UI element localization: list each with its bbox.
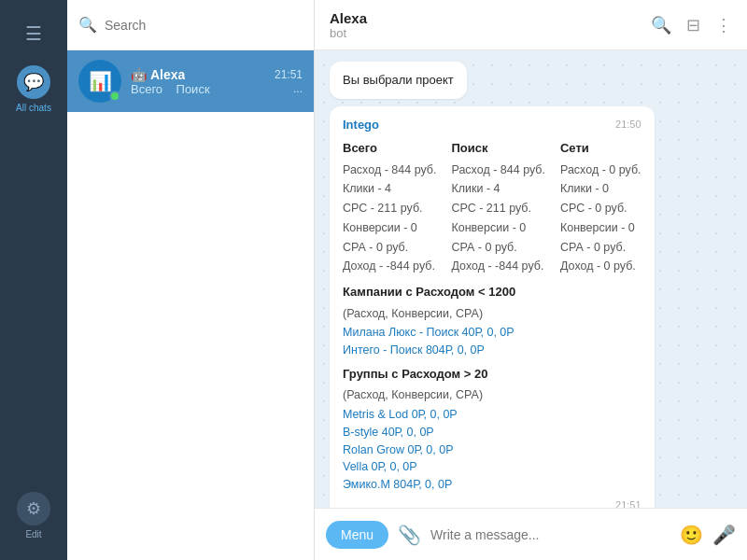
emoji-icon[interactable]: 🙂 xyxy=(680,524,703,546)
chat-input-bar: Menu 📎 🙂 🎤 xyxy=(315,508,747,560)
attach-icon[interactable]: 📎 xyxy=(398,524,421,546)
chat-header-actions: 🔍 ⊟ ⋮ xyxy=(651,15,732,35)
col-row: СРА - 0 руб. xyxy=(560,239,641,257)
col-row: СРС - 0 руб. xyxy=(560,200,641,217)
chat-header-name: Alexa xyxy=(330,10,367,26)
col-row: Расход - 0 руб. xyxy=(560,161,641,179)
sidebar-item-all-chats[interactable]: 💬 All chats xyxy=(0,56,67,122)
col-row: СРА - 0 руб. xyxy=(343,239,436,257)
message-row: Intego 21:50 Всего Расход - 844 руб. Кли… xyxy=(330,106,732,509)
bot-icon: 🤖 xyxy=(131,67,147,82)
chat-preview: Всего Поиск ... xyxy=(131,82,303,96)
message-end-time: 21:51 xyxy=(343,497,641,508)
col-row: СРС - 211 руб. xyxy=(343,200,436,217)
sidebar-item-edit[interactable]: ⚙ Edit xyxy=(0,483,67,549)
col-row: Конверсии - 0 xyxy=(560,219,641,237)
message-table: Всего Расход - 844 руб. Клики - 4 СРС - … xyxy=(343,139,641,275)
avatar: 📊 xyxy=(78,60,121,103)
mic-icon[interactable]: 🎤 xyxy=(712,524,736,546)
col-header: Всего xyxy=(343,139,436,158)
section1-header: Кампании с Расходом < 1200 xyxy=(343,283,641,301)
message-time-inline: 21:50 xyxy=(615,117,641,133)
chat-main: Alexa bot 🔍 ⊟ ⋮ Вы выбрали проект xyxy=(315,0,747,560)
sidebar-nav: ☰ 💬 All chats ⚙ Edit xyxy=(0,0,67,560)
message-meta: Intego 21:50 xyxy=(343,116,641,134)
chat-info: 🤖 Alexa 21:51 Всего Поиск ... xyxy=(131,67,303,96)
online-indicator xyxy=(109,91,120,102)
col-row: Клики - 4 xyxy=(343,180,436,198)
section2-sublabel: (Расход, Конверсии, СРА) xyxy=(343,386,641,404)
col-row: Клики - 4 xyxy=(451,180,544,198)
col-row: Расход - 844 руб. xyxy=(343,161,436,179)
menu-button[interactable]: Menu xyxy=(326,521,388,549)
section1-sublabel: (Расход, Конверсии, СРА) xyxy=(343,305,641,323)
message-text: Вы выбрали проект xyxy=(343,73,454,87)
group-link[interactable]: B-style 40Р, 0, 0Р xyxy=(343,424,641,441)
group-link[interactable]: Metris & Lod 0Р, 0, 0Р xyxy=(343,406,641,424)
chat-preview-text: Всего Поиск xyxy=(131,82,293,96)
search-button[interactable]: 🔍 xyxy=(651,15,671,35)
campaign-link[interactable]: Интего - Поиск 804Р, 0, 0Р xyxy=(343,342,641,359)
chat-actions: ... xyxy=(293,82,303,95)
msg-col-search: Поиск Расход - 844 руб. Клики - 4 СРС - … xyxy=(451,139,544,275)
col-row: СРС - 211 руб. xyxy=(451,200,544,217)
group-link[interactable]: Vella 0Р, 0, 0Р xyxy=(343,458,641,476)
app-container: ☰ 💬 All chats ⚙ Edit 🔍 📊 🤖 xyxy=(0,0,747,560)
message-input[interactable] xyxy=(430,527,670,542)
chat-name: 🤖 Alexa xyxy=(131,67,185,82)
col-header: Сети xyxy=(560,139,641,158)
all-chats-label: All chats xyxy=(16,103,51,113)
messages-area: Вы выбрали проект Intego 21:50 Всего Рас… xyxy=(315,50,747,508)
message-bubble: Вы выбрали проект xyxy=(330,62,467,99)
group-link[interactable]: Эмико.M 804Р, 0, 0Р xyxy=(343,476,641,494)
col-row: Доход - 0 руб. xyxy=(560,258,641,275)
chat-header: Alexa bot 🔍 ⊟ ⋮ xyxy=(315,0,747,50)
chat-header-status: bot xyxy=(330,26,367,40)
col-row: СРА - 0 руб. xyxy=(451,239,544,257)
chat-list-item[interactable]: 📊 🤖 Alexa 21:51 Всего Поиск xyxy=(67,50,314,112)
sidebar-bottom: ⚙ Edit xyxy=(0,483,67,560)
msg-col-total: Всего Расход - 844 руб. Клики - 4 СРС - … xyxy=(343,139,436,275)
chat-header-info: Alexa bot xyxy=(330,10,367,40)
col-row: Конверсии - 0 xyxy=(451,219,544,237)
hamburger-menu-icon[interactable]: ☰ xyxy=(0,11,67,56)
col-row: Конверсии - 0 xyxy=(343,219,436,237)
col-row: Доход - -844 руб. xyxy=(343,258,436,275)
chat-name-row: 🤖 Alexa 21:51 xyxy=(131,67,303,82)
section2-header: Группы с Расходом > 20 xyxy=(343,365,641,384)
col-header: Поиск xyxy=(451,139,544,158)
more-button[interactable]: ⋮ xyxy=(715,15,732,35)
chat-time: 21:51 xyxy=(275,68,303,81)
edit-icon: ⚙ xyxy=(17,492,50,525)
search-input[interactable] xyxy=(105,18,303,33)
edit-label: Edit xyxy=(25,529,41,539)
columns-button[interactable]: ⊟ xyxy=(686,15,700,35)
all-chats-icon: 💬 xyxy=(17,65,50,99)
message-bubble: Intego 21:50 Всего Расход - 844 руб. Кли… xyxy=(330,106,655,509)
search-bar: 🔍 xyxy=(67,0,314,50)
chat-list-panel: 🔍 📊 🤖 Alexa 21:51 Всего xyxy=(67,0,315,560)
campaign-link[interactable]: Милана Люкс - Поиск 40Р, 0, 0Р xyxy=(343,324,641,342)
col-row: Расход - 844 руб. xyxy=(451,161,544,179)
message-sender: Intego xyxy=(343,116,379,134)
group-link[interactable]: Rolan Grow 0Р, 0, 0Р xyxy=(343,441,641,459)
col-row: Доход - -844 руб. xyxy=(451,258,544,275)
col-row: Клики - 0 xyxy=(560,180,641,198)
msg-col-networks: Сети Расход - 0 руб. Клики - 0 СРС - 0 р… xyxy=(560,139,641,275)
message-row: Вы выбрали проект xyxy=(330,62,732,99)
search-icon: 🔍 xyxy=(78,16,97,34)
